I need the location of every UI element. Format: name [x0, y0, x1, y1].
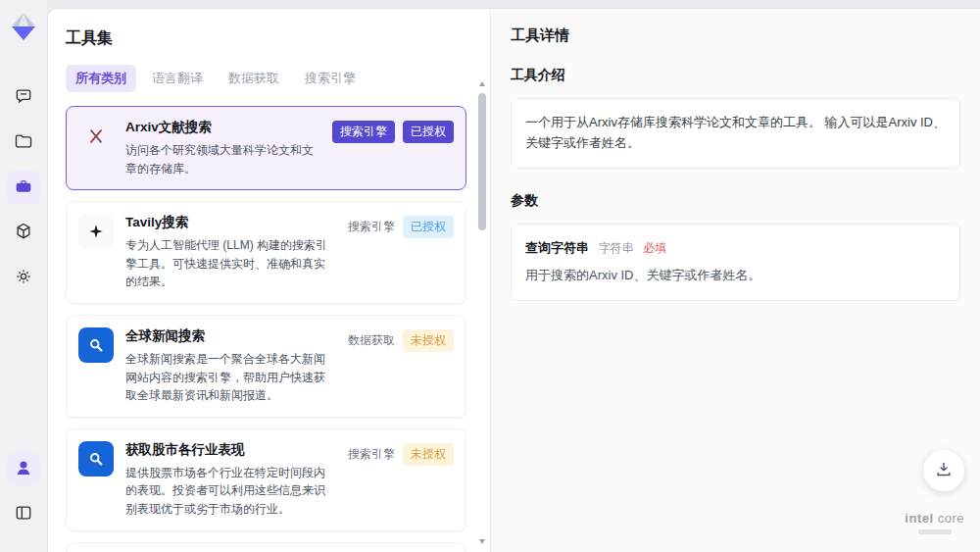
param-name: 查询字符串	[525, 240, 589, 255]
tool-card-list: Arxiv文献搜索 访问各个研究领域大量科学论文和文章的存储库。 搜索引擎 已授…	[66, 106, 482, 552]
tool-badges: 数据获取 未授权	[348, 327, 454, 352]
tool-name: 全球新闻搜索	[125, 327, 336, 345]
sidebar-item-models[interactable]	[7, 216, 40, 249]
scrollbar-thumb[interactable]	[478, 93, 486, 230]
tool-card-tavily[interactable]: Tavily搜索 专为人工智能代理 (LLM) 构建的搜索引擎工具。可快速提供实…	[66, 201, 466, 304]
app-window: 工具集 所有类别 语言翻译 数据获取 搜索引擎 A	[0, 0, 980, 552]
gear-icon	[14, 267, 33, 289]
tool-badges: 搜索引擎 已授权	[348, 214, 454, 238]
tab-data-fetch[interactable]: 数据获取	[219, 65, 289, 92]
page-title: 工具集	[66, 28, 482, 49]
category-tabs: 所有类别 语言翻译 数据获取 搜索引擎	[66, 65, 482, 92]
tab-language-translation[interactable]: 语言翻译	[142, 65, 213, 92]
intro-box: 一个用于从Arxiv存储库搜索科学论文和文章的工具。 输入可以是Arxiv ID…	[511, 98, 960, 169]
category-label: 数据获取	[348, 332, 395, 349]
intro-text: 一个用于从Arxiv存储库搜索科学论文和文章的工具。 输入可以是Arxiv ID…	[525, 115, 946, 150]
tool-name: 获取股市各行业表现	[125, 441, 336, 459]
param-header: 查询字符串 字符串 必填	[525, 238, 946, 259]
core-wordmark: core	[938, 511, 964, 526]
arxiv-logo-icon	[78, 119, 114, 154]
category-label: 搜索引擎	[348, 219, 395, 235]
magnifier-icon	[78, 327, 114, 363]
tool-description: 提供股票市场各个行业在特定时间段内的表现。投资者可以利用这些信息来识别表现优于或…	[125, 464, 336, 519]
sidebar-item-user[interactable]	[7, 452, 40, 485]
tab-all-categories[interactable]: 所有类别	[66, 65, 136, 92]
param-type: 字符串	[599, 241, 634, 255]
sidebar-item-chat[interactable]	[7, 80, 40, 114]
sidebar-item-settings[interactable]	[7, 261, 40, 294]
tool-card-arxiv[interactable]: Arxiv文献搜索 访问各个研究领域大量科学论文和文章的存储库。 搜索引擎 已授…	[66, 106, 466, 190]
sidebar-item-collapse[interactable]	[7, 497, 40, 530]
tool-card-body: Arxiv文献搜索 访问各个研究领域大量科学论文和文章的存储库。	[125, 119, 320, 177]
params-heading: 参数	[511, 192, 960, 210]
scroll-down-arrow-icon[interactable]	[479, 539, 485, 544]
tool-card-most-active-stocks[interactable]: 获取市场最活跃股票信息 提供当天交易量最高的股票列表，投资者可以利用这些信息来识…	[66, 542, 466, 552]
tool-name: Tavily搜索	[125, 214, 336, 231]
intel-logo-subtext	[918, 529, 952, 534]
sidebar-item-files[interactable]	[7, 125, 40, 159]
param-box: 查询字符串 字符串 必填 用于搜索的Arxiv ID、关键字或作者姓名。	[511, 224, 960, 302]
cube-icon	[14, 222, 33, 244]
folder-icon	[14, 131, 33, 154]
chat-icon	[14, 86, 33, 109]
list-scrollbar[interactable]	[477, 81, 487, 544]
sidebar-item-tools[interactable]	[7, 171, 40, 204]
tool-card-body: 获取股市各行业表现 提供股票市场各个行业在特定时间段内的表现。投资者可以利用这些…	[125, 441, 336, 519]
param-description: 用于搜索的Arxiv ID、关键字或作者姓名。	[525, 266, 946, 286]
tool-name: Arxiv文献搜索	[125, 119, 320, 136]
param-required-flag: 必填	[643, 241, 666, 255]
tool-badges: 搜索引擎 已授权	[332, 119, 454, 143]
tool-detail-panel: 工具详情 工具介绍 一个用于从Arxiv存储库搜索科学论文和文章的工具。 输入可…	[491, 9, 980, 552]
toolbox-icon	[14, 176, 33, 199]
intro-heading: 工具介绍	[511, 67, 960, 84]
sparkle-star-icon	[78, 214, 114, 249]
auth-status-badge: 未授权	[403, 329, 454, 352]
tool-badges: 搜索引擎 未授权	[348, 441, 454, 466]
auth-status-badge: 未授权	[403, 443, 454, 466]
tool-card-body: 全球新闻搜索 全球新闻搜索是一个聚合全球各大新闻网站内容的搜索引擎，帮助用户快速…	[125, 327, 336, 405]
tool-description: 访问各个研究领域大量科学论文和文章的存储库。	[125, 141, 320, 177]
tool-description: 全球新闻搜索是一个聚合全球各大新闻网站内容的搜索引擎，帮助用户快速获取全球最新资…	[125, 350, 336, 405]
tool-card-global-news[interactable]: 全球新闻搜索 全球新闻搜索是一个聚合全球各大新闻网站内容的搜索引擎，帮助用户快速…	[66, 315, 466, 418]
main-surface: 工具集 所有类别 语言翻译 数据获取 搜索引擎 A	[47, 8, 980, 552]
auth-status-badge: 已授权	[403, 121, 454, 143]
tab-search-engine[interactable]: 搜索引擎	[295, 65, 366, 92]
intel-wordmark: intel	[905, 511, 933, 526]
magnifier-icon	[78, 441, 114, 477]
auth-status-badge: 已授权	[403, 216, 454, 238]
download-icon	[934, 460, 954, 482]
scroll-up-arrow-icon[interactable]	[479, 81, 485, 86]
tool-list-panel: 工具集 所有类别 语言翻译 数据获取 搜索引擎 A	[48, 9, 491, 552]
tool-description: 专为人工智能代理 (LLM) 构建的搜索引擎工具。可快速提供实时、准确和真实的结…	[125, 236, 336, 291]
tool-card-body: Tavily搜索 专为人工智能代理 (LLM) 构建的搜索引擎工具。可快速提供实…	[125, 214, 336, 291]
category-label: 搜索引擎	[348, 446, 395, 463]
detail-panel-title: 工具详情	[511, 26, 960, 45]
category-badge: 搜索引擎	[332, 121, 395, 143]
panel-layout-icon	[14, 503, 33, 526]
left-rail	[0, 0, 47, 552]
download-button[interactable]	[923, 450, 964, 491]
user-icon	[14, 458, 33, 480]
intel-core-logo: intel core	[905, 511, 964, 534]
tool-card-sector-performance[interactable]: 获取股市各行业表现 提供股票市场各个行业在特定时间段内的表现。投资者可以利用这些…	[66, 428, 466, 531]
app-logo-icon	[7, 10, 40, 43]
